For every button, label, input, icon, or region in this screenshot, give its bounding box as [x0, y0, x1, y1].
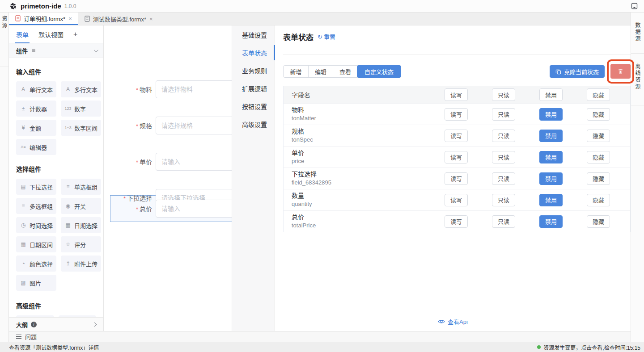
outline-label: 大纲 [16, 320, 28, 329]
hidden-button[interactable]: 隐藏 [587, 130, 610, 142]
chevron-right-icon[interactable] [93, 322, 97, 327]
palette-item-image[interactable]: ▨ 图片 [16, 275, 56, 291]
required-asterisk: * [136, 159, 138, 166]
palette-item-editor[interactable]: A≡ 编辑器 [16, 139, 56, 155]
resources-rail-tab[interactable]: 资源 [0, 13, 8, 67]
problems-bar[interactable]: 问题 [9, 331, 631, 342]
readwrite-button[interactable]: 读写 [445, 215, 468, 228]
datasource-rail-tab[interactable]: 数据源 [631, 13, 644, 54]
total-price-input[interactable] [156, 200, 232, 218]
input-components-grid: A 单行文本 A 多行文本 ± 计数器 123 数字 ¥ 金额 1~3 数字区间 [16, 81, 96, 155]
outline-row[interactable]: 大纲 [9, 317, 103, 331]
disabled-button[interactable]: 禁用 [539, 194, 563, 206]
readwrite-button[interactable]: 读写 [445, 172, 468, 185]
menu-item-extension-logic[interactable]: 扩展逻辑 [232, 80, 275, 97]
file-tab-test-datatype[interactable]: 测试数据类型.formx* × [78, 13, 159, 25]
hidden-button[interactable]: 隐藏 [587, 215, 610, 228]
section-title-select: 选择组件 [16, 164, 96, 173]
readonly-button[interactable]: 只读 [492, 130, 515, 142]
menu-item-advanced-settings[interactable]: 高级设置 [232, 115, 275, 133]
material-select-input[interactable] [156, 80, 232, 98]
palette-item-color-picker[interactable]: ◔ 颜色选择 [16, 256, 56, 272]
set-all-hidden-button[interactable]: 隐藏 [587, 88, 610, 101]
delete-state-button[interactable] [610, 64, 631, 79]
hidden-button[interactable]: 隐藏 [587, 194, 610, 206]
field-row-material[interactable]: *物料 [104, 80, 232, 98]
add-view-button[interactable]: + [73, 25, 77, 43]
close-icon[interactable]: × [68, 15, 72, 22]
field-row-total-price[interactable]: *总价 [104, 200, 232, 218]
date-picker-icon: ▦ [64, 222, 72, 228]
disabled-button[interactable]: 禁用 [539, 108, 563, 121]
set-all-disabled-button[interactable]: 禁用 [539, 88, 563, 101]
set-all-readwrite-button[interactable]: 读写 [445, 88, 468, 101]
status-left-text[interactable]: 查看资源「测试数据类型.formx」详情 [9, 344, 99, 351]
clone-current-state-button[interactable]: 克隆当前状态 [550, 65, 605, 78]
readonly-button[interactable]: 只读 [492, 215, 515, 228]
readonly-button[interactable]: 只读 [492, 194, 515, 206]
field-row-spec[interactable]: *规格 [104, 117, 232, 134]
counter-icon: ± [20, 106, 27, 111]
disabled-button[interactable]: 禁用 [539, 130, 563, 142]
readonly-button[interactable]: 只读 [492, 151, 515, 163]
panel-layout-icon[interactable] [631, 3, 638, 9]
hidden-button[interactable]: 隐藏 [587, 108, 610, 121]
status-right[interactable]: 资源发生变更，点击查看,检查时间:15:15 [537, 344, 640, 351]
set-all-readonly-button[interactable]: 只读 [492, 88, 515, 101]
readwrite-button[interactable]: 读写 [445, 108, 468, 121]
palette-item-number-range[interactable]: 1~3 数字区间 [61, 120, 101, 136]
time-picker-icon: ◷ [20, 222, 27, 228]
readonly-button[interactable]: 只读 [492, 172, 515, 185]
editor-icon: A≡ [20, 145, 27, 149]
palette-item-checkbox-group[interactable]: ≡ 多选框组 [16, 198, 56, 214]
hidden-button[interactable]: 隐藏 [587, 172, 610, 185]
palette-item-multiline-text[interactable]: A 多行文本 [61, 81, 101, 97]
readwrite-button[interactable]: 读写 [445, 130, 468, 142]
palette-item-number[interactable]: 123 数字 [61, 101, 101, 117]
tab-default-view[interactable]: 默认视图 [38, 25, 64, 43]
palette-item-money[interactable]: ¥ 金额 [16, 120, 56, 136]
components-title: 组件 [16, 46, 28, 55]
number-range-icon: 1~3 [64, 126, 72, 130]
disabled-button[interactable]: 禁用 [539, 172, 563, 185]
mode-tab-custom-state[interactable]: 自定义状态 [357, 65, 401, 78]
mode-tab-edit[interactable]: 编辑 [308, 66, 333, 77]
menu-item-business-rules[interactable]: 业务规则 [232, 62, 275, 80]
palette-item-radio-group[interactable]: ≡ 单选框组 [61, 179, 101, 195]
palette-item-select[interactable]: ▤ 下拉选择 [16, 179, 56, 195]
palette-item-switch[interactable]: ◉ 开关 [61, 198, 101, 214]
palette-item-counter[interactable]: ± 计数器 [16, 101, 56, 117]
disabled-button[interactable]: 禁用 [539, 151, 563, 163]
readonly-button[interactable]: 只读 [492, 108, 515, 121]
problems-label: 问题 [25, 332, 37, 341]
view-api-link[interactable]: 查看Api [275, 317, 631, 326]
refresh-icon [318, 34, 322, 40]
disabled-button[interactable]: 禁用 [539, 215, 563, 228]
readwrite-button[interactable]: 读写 [445, 194, 468, 206]
components-header[interactable]: 组件 [9, 43, 103, 58]
form-state-panel: 表单状态 重置 新增 编辑 查看 自定义状态 克隆当前状态 [275, 25, 631, 331]
offline-resources-rail-tab[interactable]: 离线资源 [631, 54, 644, 105]
palette-item-single-text[interactable]: A 单行文本 [16, 81, 56, 97]
palette-item-rating[interactable]: ☆ 评分 [61, 236, 101, 252]
close-icon[interactable]: × [149, 16, 153, 22]
mode-tab-view[interactable]: 查看 [333, 66, 357, 77]
file-tab-order-detail[interactable]: 订单明细.formx* × [9, 13, 78, 25]
mode-tab-add[interactable]: 新增 [284, 66, 308, 77]
tab-form[interactable]: 表单 [16, 25, 29, 43]
reset-link[interactable]: 重置 [318, 33, 335, 41]
hidden-button[interactable]: 隐藏 [587, 151, 610, 163]
palette-item-date-picker[interactable]: ▦ 日期选择 [61, 217, 101, 233]
palette-item-time-picker[interactable]: ◷ 时间选择 [16, 217, 56, 233]
menu-item-button-settings[interactable]: 按钮设置 [232, 97, 275, 115]
menu-item-basic-settings[interactable]: 基础设置 [232, 26, 275, 44]
menu-item-form-state[interactable]: 表单状态 [232, 44, 275, 62]
palette-item-date-range[interactable]: ▦ 日期区间 [16, 236, 56, 252]
field-row-price[interactable]: *单价 [104, 153, 232, 171]
palette-item-upload[interactable]: ↥ 附件上传 [61, 256, 101, 272]
price-input[interactable] [156, 153, 232, 171]
readwrite-button[interactable]: 读写 [445, 151, 468, 163]
chevron-down-icon[interactable] [94, 48, 98, 52]
status-bar: 查看资源「测试数据类型.formx」详情 资源发生变更，点击查看,检查时间:15… [0, 342, 644, 352]
spec-select-input[interactable] [156, 117, 232, 134]
